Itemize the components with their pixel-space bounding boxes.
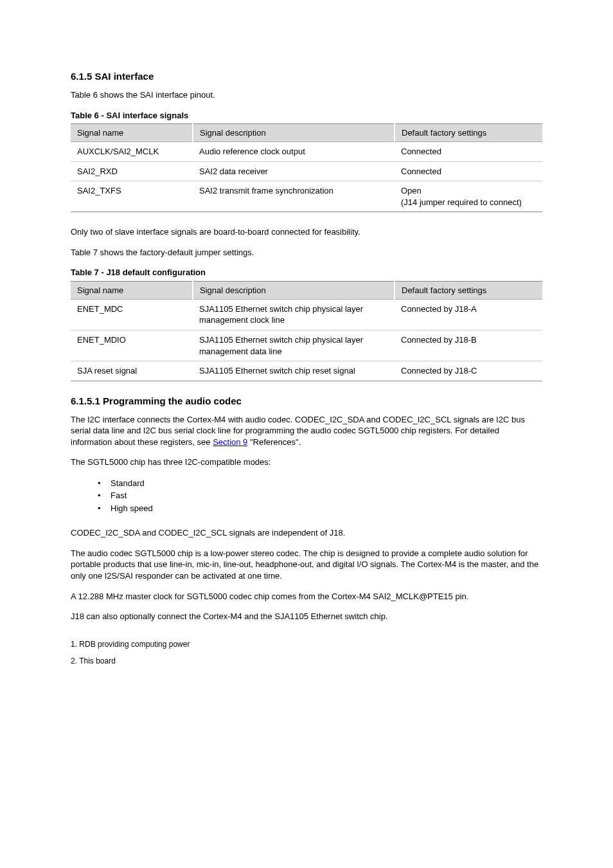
paragraph-text: "References". bbox=[247, 437, 301, 447]
table-header: Default factory settings bbox=[395, 281, 542, 299]
paragraph: J18 can also optionally connect the Cort… bbox=[71, 611, 542, 622]
table-cell: Connected by J18-B bbox=[395, 330, 542, 361]
table-cell: Connected bbox=[395, 161, 542, 181]
footnote: 1. RDB providing computing power bbox=[71, 639, 542, 649]
paragraph: CODEC_I2C_SDA and CODEC_I2C_SCL signals … bbox=[71, 527, 542, 539]
table-cell: SAI2 transmit frame synchronization bbox=[193, 181, 395, 212]
table-cell: SJA1105 Ethernet switch chip physical la… bbox=[193, 299, 395, 330]
table-caption: Table 7 - J18 default configuration bbox=[71, 267, 542, 278]
section-link[interactable]: Section 9 bbox=[213, 437, 247, 447]
paragraph: The I2C interface connects the Cortex-M4… bbox=[71, 414, 542, 448]
list-item: Fast bbox=[98, 489, 542, 502]
table-cell: Connected by J18-C bbox=[395, 361, 542, 381]
table-caption: Table 6 - SAI interface signals bbox=[71, 110, 542, 122]
subsection-heading: 6.1.5.1 Programming the audio codec bbox=[71, 395, 542, 406]
list-item: Standard bbox=[98, 477, 542, 490]
table-row: SAI2_RXD SAI2 data receiver Connected bbox=[71, 161, 542, 181]
list-item: High speed bbox=[98, 502, 542, 515]
table-cell: SAI2_TXFS bbox=[71, 181, 193, 212]
modes-list: Standard Fast High speed bbox=[71, 477, 542, 515]
table-cell: SJA reset signal bbox=[71, 361, 193, 381]
table-cell: ENET_MDC bbox=[71, 299, 193, 330]
table-row: ENET_MDIO SJA1105 Ethernet switch chip p… bbox=[71, 330, 542, 361]
paragraph: A 12.288 MHz master clock for SGTL5000 c… bbox=[71, 591, 542, 602]
table-header: Signal name bbox=[71, 124, 193, 142]
table-cell: Open (J14 jumper required to connect) bbox=[395, 181, 542, 212]
section-heading: 6.1.5 SAI interface bbox=[71, 71, 542, 82]
table-header: Default factory settings bbox=[395, 124, 542, 142]
table-cell: Connected by J18-A bbox=[395, 299, 542, 330]
table-cell: ENET_MDIO bbox=[71, 330, 193, 361]
table-header: Signal name bbox=[71, 281, 193, 299]
table-header: Signal description bbox=[193, 124, 395, 142]
table-cell: AUXCLK/SAI2_MCLK bbox=[71, 142, 193, 162]
intro-paragraph: Table 6 shows the SAI interface pinout. bbox=[71, 89, 542, 101]
table-cell: SJA1105 Ethernet switch chip reset signa… bbox=[193, 361, 395, 381]
table-row: SAI2_TXFS SAI2 transmit frame synchroniz… bbox=[71, 181, 542, 212]
table-cell: SAI2_RXD bbox=[71, 161, 193, 181]
table-header: Signal description bbox=[193, 281, 395, 299]
table-row: ENET_MDC SJA1105 Ethernet switch chip ph… bbox=[71, 299, 542, 330]
sai-interface-table: Signal name Signal description Default f… bbox=[71, 123, 542, 212]
table-cell: Connected bbox=[395, 142, 542, 162]
table-row: SJA reset signal SJA1105 Ethernet switch… bbox=[71, 361, 542, 381]
paragraph: The audio codec SGTL5000 chip is a low-p… bbox=[71, 548, 542, 582]
table-row: AUXCLK/SAI2_MCLK Audio reference clock o… bbox=[71, 142, 542, 162]
table-cell: SAI2 data receiver bbox=[193, 161, 395, 181]
paragraph: The SGTL5000 chip has three I2C-compatib… bbox=[71, 457, 542, 468]
paragraph: Only two of slave interface signals are … bbox=[71, 226, 542, 238]
footnote: 2. This board bbox=[71, 656, 542, 666]
j18-config-table: Signal name Signal description Default f… bbox=[71, 281, 542, 381]
paragraph: Table 7 shows the factory-default jumper… bbox=[71, 247, 542, 258]
table-cell: SJA1105 Ethernet switch chip physical la… bbox=[193, 330, 395, 361]
table-cell: Audio reference clock output bbox=[193, 142, 395, 162]
